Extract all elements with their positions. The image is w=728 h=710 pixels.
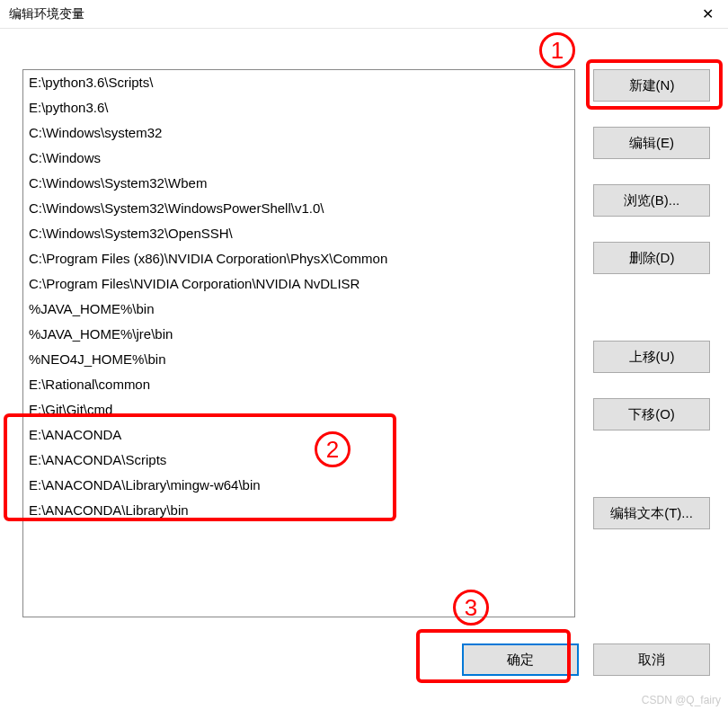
list-item[interactable]: C:\Windows\System32\OpenSSH\ bbox=[23, 221, 574, 246]
spacer bbox=[593, 456, 710, 472]
list-item[interactable]: E:\python3.6\ bbox=[23, 95, 574, 120]
list-item[interactable]: %JAVA_HOME%\jre\bin bbox=[23, 322, 574, 347]
button-sidebar: 新建(N) 编辑(E) 浏览(B)... 删除(D) 上移(U) 下移(O) 编… bbox=[593, 69, 710, 620]
edit-button[interactable]: 编辑(E) bbox=[593, 127, 710, 159]
list-item[interactable]: %NEO4J_HOME%\bin bbox=[23, 347, 574, 372]
list-item[interactable]: C:\Windows\System32\WindowsPowerShell\v1… bbox=[23, 196, 574, 221]
spacer bbox=[593, 299, 710, 315]
movedown-button[interactable]: 下移(O) bbox=[593, 398, 710, 430]
window-title: 编辑环境变量 bbox=[9, 6, 84, 22]
close-button[interactable]: ✕ bbox=[687, 0, 728, 29]
list-item[interactable]: E:\ANACONDA bbox=[23, 422, 574, 448]
list-item[interactable]: E:\ANACONDA\Scripts bbox=[23, 448, 574, 473]
list-item[interactable]: E:\Rational\common bbox=[23, 372, 574, 397]
list-item[interactable]: C:\Program Files (x86)\NVIDIA Corporatio… bbox=[23, 246, 574, 271]
browse-button[interactable]: 浏览(B)... bbox=[593, 184, 710, 217]
new-button[interactable]: 新建(N) bbox=[593, 69, 710, 102]
delete-button[interactable]: 删除(D) bbox=[593, 242, 710, 274]
edittext-button[interactable]: 编辑文本(T)... bbox=[593, 497, 710, 529]
footer-buttons: 确定 取消 bbox=[462, 643, 710, 676]
list-item[interactable]: C:\Windows\System32\Wbem bbox=[23, 171, 574, 196]
titlebar: 编辑环境变量 ✕ bbox=[0, 0, 728, 29]
list-item[interactable]: E:\ANACONDA\Library\mingw-w64\bin bbox=[23, 473, 574, 498]
path-listbox[interactable]: E:\python3.6\Scripts\ E:\python3.6\ C:\W… bbox=[22, 69, 575, 617]
list-item[interactable]: E:\Git\Git\cmd bbox=[23, 397, 574, 422]
close-icon: ✕ bbox=[702, 5, 714, 22]
list-item[interactable]: C:\Program Files\NVIDIA Corporation\NVID… bbox=[23, 271, 574, 297]
list-item[interactable]: C:\Windows\system32 bbox=[23, 120, 574, 146]
cancel-button[interactable]: 取消 bbox=[593, 643, 710, 676]
watermark: CSDN @Q_fairy bbox=[642, 694, 721, 706]
moveup-button[interactable]: 上移(U) bbox=[593, 341, 710, 373]
list-item[interactable]: E:\ANACONDA\Library\bin bbox=[23, 498, 574, 523]
list-item[interactable]: E:\python3.6\Scripts\ bbox=[23, 70, 574, 95]
ok-button[interactable]: 确定 bbox=[462, 643, 579, 676]
list-item[interactable]: C:\Windows bbox=[23, 146, 574, 171]
content-area: E:\python3.6\Scripts\ E:\python3.6\ C:\W… bbox=[0, 29, 728, 638]
list-item[interactable]: %JAVA_HOME%\bin bbox=[23, 297, 574, 322]
